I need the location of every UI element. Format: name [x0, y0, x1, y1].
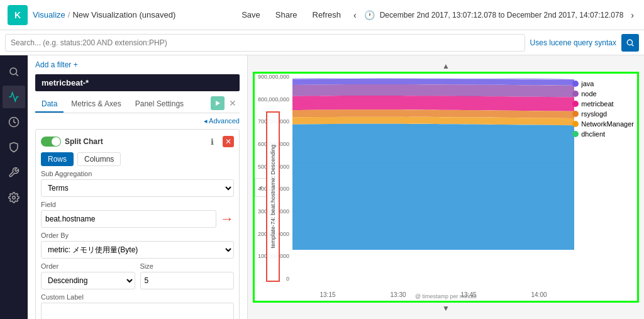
save-button[interactable]: Save — [236, 8, 265, 22]
kibana-logo: K — [8, 5, 28, 25]
legend-dot-networkmanager — [572, 121, 579, 127]
legend-label-rsyslogd: rsyslogd — [581, 110, 607, 118]
rows-cols-toggle: Rows Columns — [41, 152, 234, 166]
legend-item-rsyslogd: rsyslogd — [572, 110, 634, 118]
rows-button[interactable]: Rows — [41, 152, 74, 166]
chart-legend: java node metricbeat rsyslogd NetworkMan… — [572, 80, 634, 138]
sidebar-icon-dashboard[interactable] — [3, 111, 25, 133]
close-panel-button[interactable]: ✕ — [226, 96, 240, 110]
run-button[interactable] — [211, 96, 225, 110]
visualization-area: ▲ template-74: beat.hostname: Descending… — [248, 55, 644, 319]
custom-label-input[interactable] — [41, 303, 234, 319]
custom-label-label: Custom Label — [41, 293, 234, 301]
prev-time-button[interactable]: ‹ — [351, 9, 359, 21]
legend-item-metricbeat: metricbeat — [572, 100, 634, 108]
legend-item-node: node — [572, 90, 634, 98]
cols-button[interactable]: Columns — [77, 152, 121, 166]
next-time-button[interactable]: › — [628, 9, 636, 21]
refresh-button[interactable]: Refresh — [308, 8, 347, 22]
sidebar-icon-security[interactable] — [3, 136, 25, 159]
main-layout: Add a filter + metricbeat-* Data Metrics… — [0, 55, 644, 319]
y-label-8: 800,000,000 — [258, 96, 289, 103]
breadcrumb-separator: / — [68, 10, 70, 20]
svg-line-3 — [16, 74, 18, 76]
order-select[interactable]: Descending — [41, 272, 135, 289]
lucene-link[interactable]: Uses lucene query syntax — [530, 38, 616, 47]
scroll-up-button[interactable]: ▲ — [253, 60, 639, 72]
sidebar-icon-discover[interactable] — [3, 60, 25, 83]
scroll-down-button[interactable]: ▼ — [253, 303, 639, 314]
aggregation-block: Split Chart ℹ ✕ Rows Columns Sub Aggrega… — [35, 129, 240, 319]
legend-dot-java — [572, 81, 579, 87]
order-by-label: Order By — [41, 232, 234, 239]
order-by-select[interactable]: metric: メモリ使用量(Byte) — [41, 241, 234, 259]
order-col: Order Descending — [41, 259, 135, 289]
breadcrumb-parent[interactable]: Visualize — [33, 10, 65, 20]
field-label: Field — [41, 201, 234, 208]
size-input[interactable] — [140, 272, 235, 289]
chart-container: template-74: beat.hostname: Descending ‹… — [253, 72, 639, 303]
tab-panel-settings[interactable]: Panel Settings — [129, 96, 190, 113]
field-row: → — [41, 210, 234, 228]
agg-delete-button[interactable]: ✕ — [223, 136, 234, 147]
x-label-1400: 14:00 — [531, 291, 547, 298]
legend-label-networkmanager: NetworkManager — [581, 120, 634, 128]
y-label-9: 900,000,000 — [258, 74, 289, 80]
size-label: Size — [140, 262, 235, 270]
add-filter-button[interactable]: Add a filter + — [35, 60, 78, 69]
legend-label-metricbeat: metricbeat — [581, 100, 613, 108]
field-input[interactable] — [41, 210, 216, 228]
sidebar-icon-tools[interactable] — [3, 161, 25, 184]
vert-label-text: template-74: beat.hostname: Descending — [270, 145, 276, 249]
svg-point-5 — [13, 196, 16, 199]
field-arrow-icon: → — [220, 211, 234, 227]
panel-area: Add a filter + metricbeat-* Data Metrics… — [28, 55, 248, 319]
search-input[interactable] — [5, 34, 525, 52]
search-bar: Uses lucene query syntax — [0, 30, 644, 55]
legend-label-dhclient: dhclient — [581, 130, 605, 138]
legend-label-node: node — [581, 90, 596, 98]
svg-marker-6 — [216, 101, 220, 106]
order-size-row: Order Descending Size — [41, 259, 234, 289]
sub-agg-label: Sub Aggregation — [41, 170, 234, 177]
legend-item-java: java — [572, 80, 634, 87]
svg-point-0 — [627, 40, 632, 45]
sidebar-icon-visualize[interactable] — [3, 86, 25, 108]
size-col: Size — [140, 259, 235, 289]
svg-line-1 — [632, 44, 634, 46]
share-button[interactable]: Share — [270, 8, 303, 22]
legend-label-java: java — [581, 80, 594, 87]
x-label-1315: 13:15 — [319, 291, 335, 298]
legend-dot-node — [572, 91, 579, 97]
agg-info-button[interactable]: ℹ — [205, 135, 219, 148]
panel-tabs: Data Metrics & Axes Panel Settings ✕ — [35, 96, 240, 113]
legend-dot-metricbeat — [572, 101, 579, 107]
advanced-link[interactable]: Advanced — [35, 117, 240, 125]
svg-point-2 — [10, 68, 17, 75]
x-axis-title: @ timestamp per minute — [415, 293, 477, 299]
breadcrumb: Visualize / New Visualization (unsaved) — [33, 10, 175, 20]
x-label-1330: 13:30 — [390, 291, 406, 298]
order-label: Order — [41, 262, 135, 270]
index-pattern: metricbeat-* — [35, 74, 240, 91]
tab-data[interactable]: Data — [35, 96, 64, 113]
clock-icon: 🕐 — [364, 10, 375, 20]
agg-header: Split Chart ℹ ✕ — [41, 135, 234, 148]
legend-item-dhclient: dhclient — [572, 130, 634, 138]
agg-toggle[interactable] — [41, 137, 61, 147]
breadcrumb-current: New Visualization (unsaved) — [72, 10, 175, 20]
chart-svg — [292, 74, 574, 252]
legend-dot-dhclient — [572, 131, 579, 137]
sidebar-icons — [0, 55, 28, 319]
y-label-0: 0 — [286, 276, 289, 282]
vert-label-box: template-74: beat.hostname: Descending — [266, 111, 280, 282]
agg-title: Split Chart — [65, 137, 201, 146]
search-submit-button[interactable] — [621, 34, 639, 52]
tab-metrics-axes[interactable]: Metrics & Axes — [65, 96, 127, 113]
top-navigation: K Visualize / New Visualization (unsaved… — [0, 0, 644, 30]
legend-item-networkmanager: NetworkManager — [572, 120, 634, 128]
sub-agg-select[interactable]: Terms — [41, 179, 234, 197]
time-range-display: December 2nd 2017, 13:07:12.078 to Decem… — [380, 11, 624, 20]
sidebar-icon-settings[interactable] — [3, 186, 25, 209]
legend-dot-rsyslogd — [572, 111, 579, 117]
